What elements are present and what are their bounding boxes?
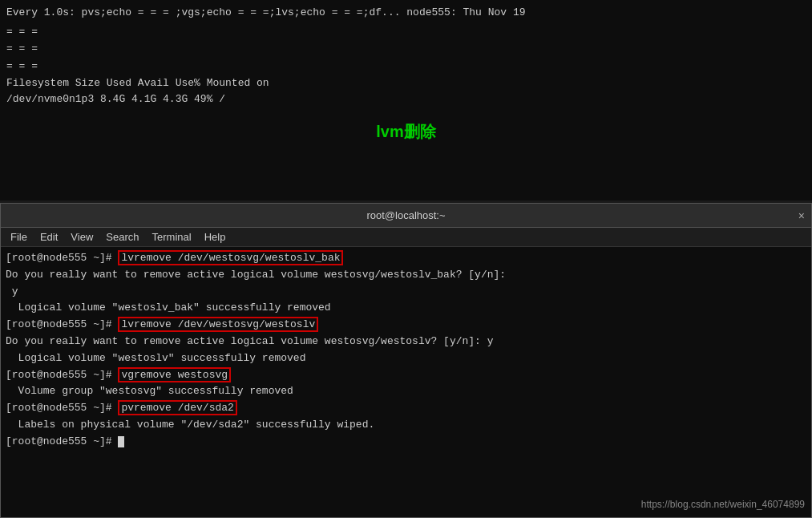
table-row: [root@node555 ~]# lvremove /dev/westosvg… (6, 250, 806, 267)
menu-view[interactable]: View (64, 229, 99, 245)
table-row: Logical volume "westoslv_bak" successful… (6, 300, 806, 317)
eq3: = = = (6, 59, 806, 75)
table-row: [root@node555 ~]# (6, 434, 806, 451)
df-row: /dev/nvme0n1p3 8.4G 4.1G 4.3G 49% / (6, 91, 806, 107)
prompt-text: [root@node555 ~]# (6, 318, 118, 330)
terminal-titlebar: root@localhost:~ × (1, 204, 811, 228)
top-terminal: Every 1.0s: pvs;echo = = = ;vgs;echo = =… (0, 0, 812, 200)
lvm-label: lvm删除 (6, 119, 806, 144)
cmd-lvremove-bak: lvremove /dev/westosvg/westoslv_bak (118, 250, 343, 265)
table-row: [root@node555 ~]# lvremove /dev/westosvg… (6, 317, 806, 334)
close-icon[interactable]: × (798, 209, 805, 222)
eq2: = = = (6, 41, 806, 57)
df-header: Filesystem Size Used Avail Use% Mounted … (6, 75, 806, 91)
table-row: [root@node555 ~]# pvremove /dev/sda2 (6, 400, 806, 417)
terminal-cursor (118, 436, 124, 447)
table-row: [root@node555 ~]# vgremove westosvg (6, 367, 806, 384)
table-row: Do you really want to remove active logi… (6, 334, 806, 350)
table-row: y (6, 284, 806, 301)
menu-search[interactable]: Search (99, 229, 145, 245)
table-row: Logical volume "westoslv" successfully r… (6, 350, 806, 367)
watermark: https://blog.csdn.net/weixin_46074899 (641, 497, 805, 512)
menu-help[interactable]: Help (198, 229, 232, 245)
watch-header: Every 1.0s: pvs;echo = = = ;vgs;echo = =… (6, 5, 806, 21)
cmd-pvremove: pvremove /dev/sda2 (118, 400, 236, 415)
prompt-text: [root@node555 ~]# (6, 252, 118, 264)
terminal-body: [root@node555 ~]# lvremove /dev/westosvg… (1, 247, 811, 517)
menu-terminal[interactable]: Terminal (146, 229, 198, 245)
terminal-title: root@localhost:~ (366, 209, 445, 221)
cmd-vgremove: vgremove westosvg (118, 367, 231, 382)
final-prompt: [root@node555 ~]# (6, 435, 118, 447)
menu-edit[interactable]: Edit (34, 229, 64, 245)
eq1: = = = (6, 24, 806, 40)
terminal-window: root@localhost:~ × File Edit View Search… (0, 203, 812, 518)
table-row: Labels on physical volume "/dev/sda2" su… (6, 417, 806, 434)
table-row: Do you really want to remove active logi… (6, 267, 806, 284)
table-row: Volume group "westosvg" successfully rem… (6, 383, 806, 400)
menu-file[interactable]: File (4, 229, 34, 245)
prompt-text: [root@node555 ~]# (6, 402, 118, 414)
terminal-menubar: File Edit View Search Terminal Help (1, 228, 811, 247)
prompt-text: [root@node555 ~]# (6, 369, 118, 381)
cmd-lvremove: lvremove /dev/westosvg/westoslv (118, 317, 318, 332)
